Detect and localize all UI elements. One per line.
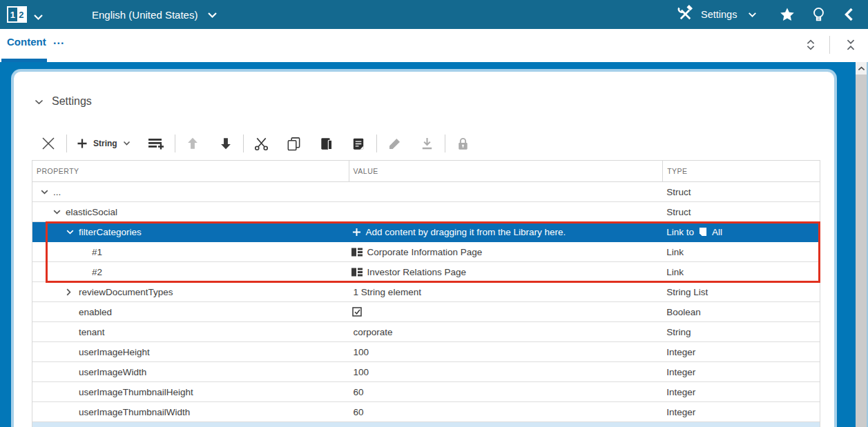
property-name: tenant — [79, 327, 105, 337]
help-lightbulb-button[interactable] — [809, 6, 827, 23]
property-name: userImageThumbnailWidth — [79, 407, 190, 417]
property-cell: userImageWidth — [32, 362, 349, 381]
divider — [66, 135, 67, 152]
chevron-down-icon[interactable] — [41, 190, 48, 195]
property-name: elasticSocial — [66, 207, 117, 217]
paste-button[interactable] — [313, 132, 340, 155]
property-name: reviewDocumentTypes — [79, 287, 173, 297]
value-cell: Investor Relations Page — [349, 262, 664, 281]
value-cell: Corporate Information Page — [349, 242, 664, 261]
type-text: Link — [666, 247, 684, 257]
table-row-tenant[interactable]: tenantcorporateString — [32, 322, 820, 342]
collapse-panel-chevron-button[interactable] — [840, 6, 858, 23]
type-cell: Integer — [663, 342, 820, 361]
settings-menu[interactable]: Settings — [677, 0, 757, 29]
favorites-star-button[interactable] — [778, 6, 796, 23]
apps-menu-chevron-icon[interactable] — [33, 11, 44, 23]
move-up-button[interactable] — [180, 132, 206, 155]
divider — [243, 135, 244, 152]
value-text[interactable]: 1 String element — [354, 287, 421, 297]
column-header-value: VALUE — [349, 161, 664, 181]
property-name: filterCategories — [79, 227, 142, 237]
linked-content-title[interactable]: Investor Relations Page — [367, 267, 466, 277]
table-row-dotdotdot[interactable]: ...Struct — [32, 182, 820, 202]
chevron-right-icon[interactable] — [66, 288, 71, 296]
add-multiple-items-button[interactable] — [142, 132, 171, 155]
page-type-icon — [351, 248, 363, 257]
chevron-down-icon[interactable] — [53, 210, 61, 215]
locale-label: English (United States) — [92, 9, 197, 21]
property-name: #2 — [92, 267, 102, 277]
value-cell — [349, 202, 664, 221]
table-row-userImageHeight[interactable]: userImageHeight100Integer — [32, 342, 820, 362]
property-cell: userImageThumbnailWidth — [32, 402, 349, 421]
import-download-button[interactable] — [414, 132, 441, 155]
value-text[interactable]: 100 — [354, 347, 369, 357]
table-header-row: PROPERTY VALUE TYPE — [32, 161, 820, 182]
move-down-button[interactable] — [213, 132, 239, 155]
value-text[interactable]: 100 — [354, 367, 369, 377]
remove-property-button[interactable] — [35, 132, 62, 155]
type-text: Struct — [666, 207, 691, 217]
tab-content[interactable]: Content — [7, 36, 46, 48]
collapse-chevron-icon — [35, 95, 44, 108]
property-cell: tenant — [32, 322, 349, 341]
lock-button[interactable] — [450, 132, 476, 155]
checkbox-checked[interactable] — [352, 307, 362, 317]
property-cell: userImageThumbnailHeight — [32, 382, 349, 401]
property-name: userImageThumbnailHeight — [79, 387, 193, 397]
table-row-userImageWidth[interactable]: userImageWidth100Integer — [32, 362, 820, 382]
property-cell: elasticSocial — [32, 202, 349, 221]
property-name: userImageWidth — [79, 367, 146, 377]
type-cell: Boolean — [663, 302, 820, 321]
property-name: userImageHeight — [79, 347, 150, 357]
value-cell: 60 — [349, 402, 664, 421]
document-icon — [699, 227, 707, 237]
chevron-down-icon[interactable] — [66, 230, 74, 235]
type-text: Integer — [666, 387, 695, 397]
divider — [175, 135, 175, 152]
table-row-reviewDocumentTypes[interactable]: reviewDocumentTypes1 String elementStrin… — [32, 282, 820, 302]
value-cell: 100 — [349, 342, 664, 361]
type-text: Struct — [666, 187, 691, 197]
paste-special-button[interactable] — [345, 132, 372, 155]
type-text: Link — [666, 267, 684, 277]
locale-selector[interactable]: English (United States) — [92, 0, 218, 29]
settings-section-header[interactable]: Settings — [35, 95, 92, 108]
type-text: String — [666, 327, 691, 337]
logo-right-digit: 2 — [17, 8, 26, 21]
value-text[interactable]: 60 — [354, 387, 364, 397]
value-cell — [349, 302, 664, 321]
tab-overflow-menu[interactable]: ... — [53, 34, 64, 47]
property-name: #1 — [92, 247, 102, 257]
table-row-elasticSocial[interactable]: elasticSocialStruct — [32, 202, 820, 222]
vertical-scrollbar[interactable] — [856, 62, 867, 427]
app-logo[interactable]: 1 2 — [7, 6, 27, 23]
edit-button[interactable] — [381, 132, 408, 155]
property-cell: ... — [32, 182, 349, 201]
property-cell: enabled — [32, 302, 349, 321]
copy-button[interactable] — [280, 132, 307, 155]
expand-all-panels-button[interactable] — [801, 35, 820, 54]
column-header-type: TYPE — [663, 161, 820, 181]
table-row-num1[interactable]: #1Corporate Information PageLink — [32, 242, 820, 262]
add-property-button[interactable]: String — [71, 138, 136, 149]
cut-button[interactable] — [248, 132, 275, 155]
struct-property-table: PROPERTY VALUE TYPE ...StructelasticSoci… — [32, 160, 820, 427]
type-cell: Link — [663, 262, 820, 281]
scroll-up-button[interactable] — [856, 62, 867, 75]
table-row-userImageThumbnailHeight[interactable]: userImageThumbnailHeight60Integer — [32, 382, 820, 402]
table-row-num2[interactable]: #2Investor Relations PageLink — [32, 262, 820, 282]
value-text[interactable]: corporate — [354, 327, 393, 337]
plus-icon — [352, 228, 361, 237]
value-cell: Add content by dragging it from the Libr… — [349, 222, 664, 241]
table-row-userImageThumbnailWidth[interactable]: userImageThumbnailWidth60Integer — [32, 402, 820, 422]
collapse-all-panels-button[interactable] — [841, 35, 860, 54]
table-row-filterCategories[interactable]: filterCategoriesAdd content by dragging … — [32, 222, 820, 242]
linked-content-title[interactable]: Corporate Information Page — [367, 247, 483, 257]
top-bar: 1 2 English (United States) Settings — [0, 0, 868, 29]
plus-icon — [77, 138, 88, 149]
property-cell: #2 — [32, 262, 349, 281]
table-row-enabled[interactable]: enabledBoolean — [32, 302, 820, 322]
value-text[interactable]: 60 — [354, 407, 364, 417]
